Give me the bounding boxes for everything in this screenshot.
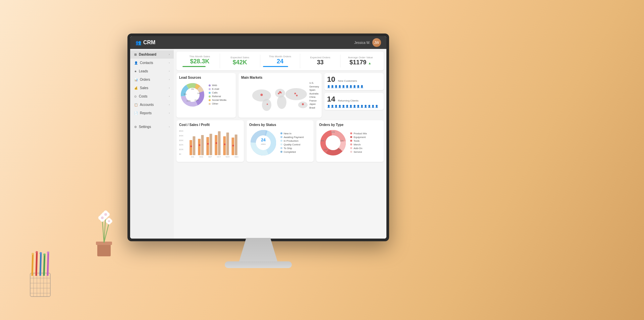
label-service: Service: [354, 150, 362, 153]
sidebar-item-contacts[interactable]: 👤 Contacts ›: [130, 59, 174, 67]
label-to-ship: To Ship: [284, 147, 292, 150]
svg-line-73: [32, 253, 33, 276]
svg-point-18: [260, 94, 263, 96]
svg-text:15%: 15%: [186, 100, 191, 102]
sidebar-item-accounts[interactable]: 📋 Accounts ›: [130, 101, 174, 109]
svg-text:11%: 11%: [331, 131, 335, 133]
new-customers-block: 10 New Customers 👤 👤 👤 👤 👤 👤: [324, 73, 384, 90]
new-customers-header: 10 New Customers: [327, 75, 381, 84]
sidebar-item-sales[interactable]: 💰 Sales ›: [130, 84, 174, 92]
client-icon-14: 👤: [375, 105, 378, 108]
orders-type-card: Orders by Type: [316, 120, 384, 162]
bar-chart-container: $50K $40K $30K $20K $10K $0: [179, 129, 241, 159]
status-completed: Completed: [280, 150, 304, 153]
sales-icon: 💰: [134, 86, 138, 90]
y-label-30k: $30K: [179, 139, 183, 141]
kpi-progress-month-sales: [182, 66, 206, 67]
svg-line-74: [32, 253, 33, 255]
y-label-50k: $50K: [179, 130, 183, 132]
sidebar-item-settings[interactable]: ⚙ Settings ›: [130, 123, 174, 131]
person-icon-3: 👤: [334, 85, 338, 88]
type-tools: Tools: [350, 139, 367, 142]
country-france: France: [309, 99, 319, 103]
settings-arrow: ›: [169, 125, 170, 128]
dot-qc: [280, 143, 282, 145]
sidebar-label-dashboard: Dashboard: [139, 53, 156, 56]
x-label-oct: OCT: [217, 156, 221, 158]
bar-chart-area: $50K $40K $30K $20K $10K $0: [179, 130, 241, 155]
svg-text:15%: 15%: [337, 148, 341, 150]
svg-line-80: [44, 254, 45, 255]
pencil-cup-svg: [20, 246, 60, 300]
leads-icon: ★: [134, 70, 137, 73]
crm-user[interactable]: Jessica W. JW: [354, 38, 381, 47]
dot-completed: [280, 151, 282, 153]
svg-point-39: [199, 144, 200, 146]
orders-type-chart: 11% 13% 15% 10% 28% Product Mix: [319, 129, 381, 157]
svg-point-38: [190, 145, 192, 147]
legend-other: Other: [209, 102, 226, 105]
sidebar-label-orders: Orders: [140, 78, 150, 81]
person-icon-10: 👤: [360, 85, 364, 88]
y-label-40k: $40K: [179, 135, 183, 137]
type-product-mix: Product Mix: [350, 132, 367, 135]
svg-text:28%: 28%: [321, 140, 324, 142]
leads-arrow: ›: [169, 70, 170, 73]
label-completed: Completed: [284, 150, 296, 153]
svg-line-75: [36, 251, 37, 276]
label-qc: Quality Control: [284, 143, 301, 146]
svg-line-78: [40, 252, 41, 254]
label-merch: Merch: [354, 143, 361, 146]
country-germany: Germany: [309, 85, 319, 89]
returning-clients-header: 14 Returning Clients: [327, 95, 381, 104]
flower-pot-area: [87, 199, 121, 260]
kpi-expected-sales: Expected Sales $42K: [220, 55, 260, 67]
svg-rect-34: [223, 136, 226, 155]
crm-logo: 👥 CRM: [136, 40, 155, 46]
person-icon-1: 👤: [327, 85, 330, 88]
legend-label-email: E-mail: [212, 87, 219, 90]
accounts-arrow: ›: [169, 103, 170, 106]
returning-clients-label: Returning Clients: [338, 99, 358, 102]
kpi-this-month-orders: This Month Orders 24: [260, 54, 301, 68]
legend-dot-web: [209, 84, 211, 86]
client-icon-4: 👤: [338, 105, 341, 108]
lead-sources-chart: 3% 7% 21% 15% 9% Web: [179, 81, 233, 108]
person-icon-7: 👤: [349, 85, 353, 88]
y-label-10k: $10K: [179, 148, 183, 150]
contacts-arrow: ›: [169, 61, 170, 64]
kpi-value-expected-sales: $42K: [223, 59, 257, 66]
sidebar-item-orders[interactable]: 📊 Orders ›: [130, 75, 174, 84]
settings-icon: ⚙: [134, 125, 137, 129]
sidebar-item-leads[interactable]: ★ Leads ›: [130, 67, 174, 75]
sales-arrow: ›: [169, 86, 170, 89]
sidebar-item-costs[interactable]: ⊙ Costs ›: [130, 92, 174, 101]
dot-to-ship: [280, 147, 282, 149]
monitor-base: [225, 261, 292, 268]
svg-point-96: [108, 220, 110, 222]
client-icon-11: 👤: [364, 105, 367, 108]
sidebar-item-dashboard[interactable]: ⊞ Dashboard ›: [130, 50, 174, 59]
svg-line-81: [48, 252, 48, 276]
orders-status-chart: 24 orders New In: [249, 129, 311, 157]
legend-email: E-mail: [209, 87, 226, 90]
country-china: China: [309, 95, 319, 99]
orders-status-title: Orders by Status: [249, 123, 311, 127]
monitor-stand: [238, 238, 278, 265]
client-icon-5: 👤: [342, 105, 345, 108]
svg-line-82: [48, 252, 48, 253]
legend-label-calls: Calls: [212, 91, 218, 94]
country-japan: Japan: [309, 103, 319, 106]
legend-dot-other: [209, 103, 211, 105]
bottom-charts-row: Cost / Sales / Profit $50K $40K $30K: [176, 120, 384, 162]
monitor-frame: 👥 CRM Jessica W. JW ⊞ Dashboard ›: [127, 34, 389, 241]
orders-type-legend: Product Mix Equipment Tools: [350, 132, 367, 154]
svg-rect-28: [198, 139, 201, 155]
kpi-value-expected-orders: 33: [303, 59, 337, 66]
client-icon-8: 👤: [353, 105, 356, 108]
svg-text:7%: 7%: [197, 92, 200, 94]
new-customers-icons: 👤 👤 👤 👤 👤 👤 👤 👤 👤 👤: [327, 85, 381, 88]
kpi-label-month-orders: This Month Orders: [263, 55, 298, 58]
legend-calls: Calls: [209, 91, 226, 94]
sidebar-item-reports[interactable]: 📄 Reports ›: [130, 109, 174, 117]
